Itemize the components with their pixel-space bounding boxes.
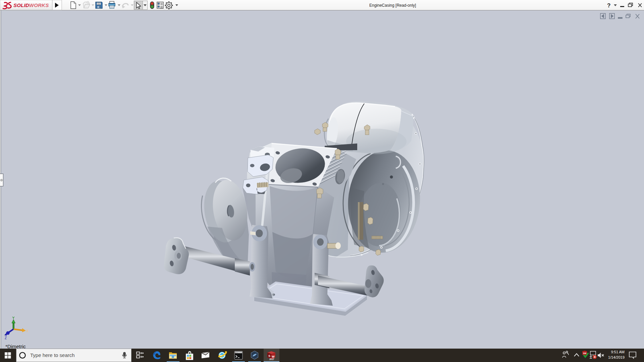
svg-text:X: X: [26, 329, 29, 333]
svg-text:?: ?: [607, 2, 610, 9]
svg-text:Z: Z: [5, 336, 7, 340]
svg-text:sw: sw: [583, 352, 587, 354]
svg-text:2017: 2017: [269, 358, 274, 360]
svg-text:S: S: [268, 354, 270, 358]
svg-text:C:\: C:\: [235, 352, 238, 353]
svg-text:SOLIDWORKS: SOLIDWORKS: [13, 2, 49, 8]
